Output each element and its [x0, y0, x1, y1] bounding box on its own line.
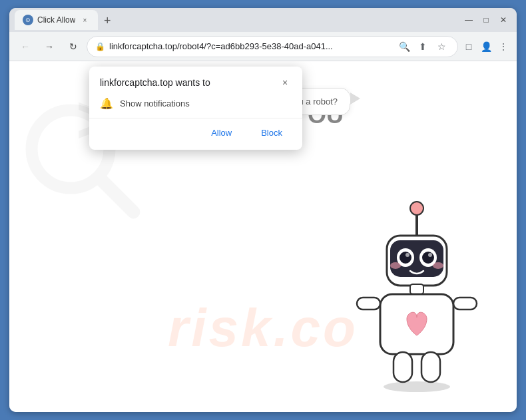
- svg-point-12: [390, 262, 401, 269]
- active-tab[interactable]: ⊙ Click Allow ×: [15, 10, 98, 30]
- svg-point-20: [384, 381, 450, 392]
- svg-rect-17: [453, 298, 477, 310]
- popup-notification-row: 🔔 Show notifications: [89, 95, 302, 118]
- bookmark-icon[interactable]: ☆: [433, 39, 449, 55]
- profile-icon[interactable]: 👤: [478, 39, 494, 55]
- search-page-icon[interactable]: 🔍: [396, 39, 412, 55]
- robot-illustration: [344, 199, 490, 399]
- svg-point-9: [422, 252, 434, 264]
- tabs-row: ⊙ Click Allow × +: [15, 10, 511, 30]
- menu-icon[interactable]: ⋮: [495, 39, 511, 55]
- share-icon[interactable]: ⬆: [415, 39, 431, 55]
- popup-close-button[interactable]: ×: [278, 76, 292, 89]
- back-button[interactable]: ←: [15, 36, 36, 57]
- popup-actions: Allow Block: [89, 118, 302, 150]
- forward-icon: →: [45, 41, 54, 52]
- back-icon: ←: [21, 41, 30, 52]
- toolbar-icons: □ 👤 ⋮: [461, 39, 511, 55]
- extensions-icon[interactable]: □: [461, 39, 477, 55]
- refresh-icon: ↻: [69, 41, 77, 52]
- popup-header: linkforcaptcha.top wants to ×: [89, 67, 302, 95]
- block-button[interactable]: Block: [249, 124, 294, 142]
- notification-label: Show notifications: [120, 99, 190, 108]
- url-text: linkforcaptcha.top/robot4/?c=ad6bb293-5e…: [109, 41, 392, 51]
- address-bar[interactable]: 🔒 linkforcaptcha.top/robot4/?c=ad6bb293-…: [87, 36, 458, 57]
- svg-point-11: [428, 253, 432, 257]
- tab-title: Click Allow: [37, 15, 75, 25]
- browser-window: ⊙ Click Allow × + — □ ✕ ← → ↻ 🔒 linkforc…: [9, 8, 517, 412]
- forward-button[interactable]: →: [39, 36, 60, 57]
- address-action-icons: 🔍 ⬆ ☆: [396, 39, 449, 55]
- title-bar: ⊙ Click Allow × + — □ ✕: [9, 8, 517, 32]
- bell-icon: 🔔: [100, 97, 113, 110]
- toolbar: ← → ↻ 🔒 linkforcaptcha.top/robot4/?c=ad6…: [9, 32, 517, 61]
- svg-rect-16: [357, 298, 380, 310]
- tab-favicon: ⊙: [23, 15, 33, 25]
- svg-point-8: [399, 252, 411, 264]
- minimize-button[interactable]: —: [461, 12, 477, 28]
- popup-title: linkforcaptcha.top wants to: [100, 77, 210, 88]
- lock-icon: 🔒: [95, 42, 105, 51]
- risk-watermark: risk.co: [168, 298, 358, 359]
- allow-button[interactable]: Allow: [199, 124, 244, 142]
- notification-popup: linkforcaptcha.top wants to × 🔔 Show not…: [89, 67, 302, 150]
- svg-point-10: [405, 253, 409, 257]
- close-button[interactable]: ✕: [495, 12, 511, 28]
- maximize-button[interactable]: □: [478, 12, 494, 28]
- tab-close-button[interactable]: ×: [79, 15, 90, 25]
- svg-rect-18: [394, 352, 412, 382]
- refresh-button[interactable]: ↻: [63, 36, 84, 57]
- svg-rect-19: [421, 352, 440, 382]
- bubble-tail-border: [350, 93, 360, 105]
- new-tab-button[interactable]: +: [98, 11, 117, 30]
- content-area: risk.co >> YOU: [9, 61, 517, 412]
- svg-rect-14: [410, 284, 423, 294]
- svg-line-1: [99, 178, 133, 212]
- svg-point-3: [410, 202, 423, 215]
- svg-point-13: [433, 262, 443, 269]
- window-controls: — □ ✕: [461, 12, 511, 28]
